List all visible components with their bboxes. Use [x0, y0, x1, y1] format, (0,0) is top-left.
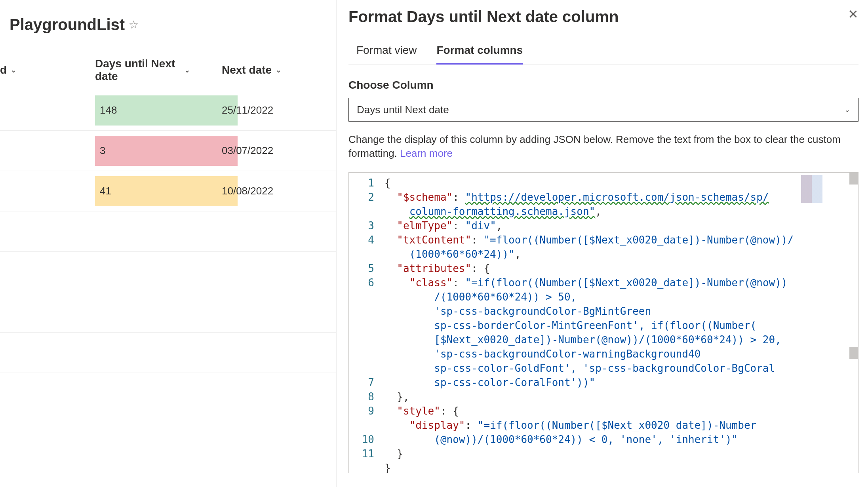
- scrollbar-thumb[interactable]: [849, 173, 858, 185]
- tab-format-columns[interactable]: Format columns: [436, 44, 523, 65]
- line-number: 8: [349, 390, 381, 404]
- editor-gutter: 1 2 3 4 5 6 7 8 9 10 11: [349, 173, 381, 473]
- minimap-preview: [801, 175, 854, 203]
- next-date-cell: 10/08/2022: [190, 185, 336, 197]
- line-number: 1: [349, 176, 381, 190]
- panel-title: Format Days until Next date column: [348, 8, 619, 26]
- tabs: Format view Format columns: [348, 44, 858, 65]
- editor-code[interactable]: { "$schema": "https://developer.microsof…: [381, 173, 799, 473]
- line-number: 5: [349, 261, 381, 276]
- table-row[interactable]: [0, 292, 336, 333]
- json-editor[interactable]: 1 2 3 4 5 6 7 8 9 10 11 { "$schema": "ht…: [348, 172, 858, 473]
- scrollbar-thumb[interactable]: [849, 347, 858, 359]
- line-number: 2: [349, 190, 381, 219]
- line-number: 6: [349, 276, 381, 375]
- list-title: PlaygroundList: [10, 16, 125, 34]
- learn-more-link[interactable]: Learn more: [400, 147, 453, 159]
- column-header-days-label: Days until Next date: [95, 57, 180, 83]
- column-header-id-label: d: [0, 64, 7, 76]
- line-number: 4: [349, 233, 381, 261]
- next-date-cell: 25/11/2022: [190, 104, 336, 116]
- table-row[interactable]: 41 10/08/2022: [0, 171, 336, 211]
- column-header-next[interactable]: Next date ⌄: [190, 57, 336, 83]
- table-row[interactable]: 148 25/11/2022: [0, 90, 336, 131]
- chevron-down-icon: ⌄: [184, 66, 190, 74]
- line-number: 10: [349, 432, 381, 447]
- line-number: 9: [349, 404, 381, 432]
- chevron-down-icon: ⌄: [276, 66, 282, 74]
- tab-format-view[interactable]: Format view: [356, 44, 417, 64]
- editor-minimap[interactable]: [799, 173, 858, 473]
- chevron-down-icon: ⌄: [11, 66, 17, 74]
- panel-header: Format Days until Next date column ✕: [348, 8, 858, 26]
- table-row[interactable]: [0, 252, 336, 292]
- next-date-cell: 03/07/2022: [190, 145, 336, 157]
- line-number: 11: [349, 447, 381, 461]
- column-header-next-label: Next date: [222, 64, 272, 76]
- list-area: PlaygroundList ☆ d ⌄ Days until Next dat…: [0, 0, 337, 487]
- editor-scrollbar[interactable]: [849, 173, 858, 473]
- favorite-star-icon[interactable]: ☆: [129, 18, 139, 31]
- chevron-down-icon: ⌄: [844, 105, 850, 114]
- column-header-days[interactable]: Days until Next date ⌄: [32, 57, 190, 83]
- format-panel: Format Days until Next date column ✕ For…: [337, 0, 868, 487]
- line-number: 7: [349, 375, 381, 390]
- column-headers: d ⌄ Days until Next date ⌄ Next date ⌄: [0, 57, 336, 90]
- choose-column-label: Choose Column: [348, 79, 858, 91]
- column-select-value: Days until Next date: [357, 104, 449, 116]
- column-header-id[interactable]: d ⌄: [0, 57, 32, 83]
- close-icon: ✕: [848, 7, 858, 21]
- table-row[interactable]: 3 03/07/2022: [0, 131, 336, 171]
- column-select[interactable]: Days until Next date ⌄: [348, 98, 858, 122]
- table-row[interactable]: [0, 333, 336, 373]
- line-number: 3: [349, 219, 381, 233]
- list-title-row: PlaygroundList ☆: [0, 16, 336, 34]
- close-button[interactable]: ✕: [848, 8, 858, 21]
- table-row[interactable]: [0, 211, 336, 252]
- format-description: Change the display of this column by add…: [348, 133, 858, 160]
